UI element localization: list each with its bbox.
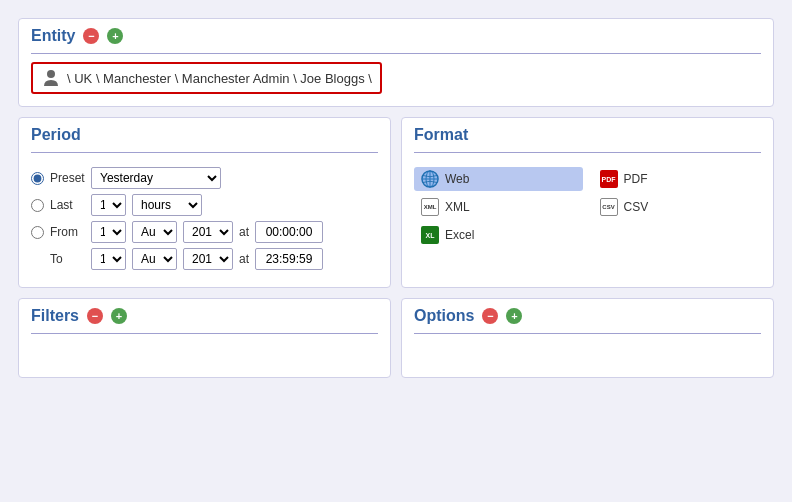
csv-label: CSV (624, 200, 649, 214)
options-header: Options − + (414, 307, 761, 325)
format-title: Format (414, 126, 468, 144)
format-csv-item[interactable]: CSV CSV (593, 195, 762, 219)
pdf-label: PDF (624, 172, 648, 186)
svg-point-5 (422, 171, 438, 187)
entity-divider (31, 53, 761, 54)
filters-plus-button[interactable]: + (111, 308, 127, 324)
period-body: Preset Yesterday Today Last 7 days Last … (31, 161, 378, 270)
last-radio[interactable] (31, 199, 44, 212)
from-year-dropdown[interactable]: 2012 (183, 221, 233, 243)
to-year-dropdown[interactable]: 2013 (183, 248, 233, 270)
format-header: Format (414, 126, 761, 144)
period-header: Period (31, 126, 378, 144)
web-label: Web (445, 172, 469, 186)
preset-label: Preset (50, 171, 85, 185)
format-excel-item[interactable]: XL Excel (414, 223, 583, 247)
options-title: Options (414, 307, 474, 325)
preset-row: Preset Yesterday Today Last 7 days Last … (31, 167, 378, 189)
filters-minus-button[interactable]: − (87, 308, 103, 324)
entity-plus-button[interactable]: + (107, 28, 123, 44)
svg-point-0 (47, 70, 55, 78)
from-row: From 15 Aug 2012 at (31, 221, 378, 243)
from-time-input[interactable] (255, 221, 323, 243)
format-panel: Format (401, 117, 774, 288)
xml-label: XML (445, 200, 470, 214)
entity-person-icon (41, 68, 61, 88)
filters-header: Filters − + (31, 307, 378, 325)
period-title: Period (31, 126, 81, 144)
to-time-input[interactable] (255, 248, 323, 270)
to-row: To 12 Aug 2013 at (31, 248, 378, 270)
from-at-label: at (239, 225, 249, 239)
web-icon (420, 170, 440, 188)
entity-path-row[interactable]: \ UK \ Manchester \ Manchester Admin \ J… (31, 62, 382, 94)
format-divider (414, 152, 761, 153)
last-row: Last 1 2 3 hours days weeks months (31, 194, 378, 216)
entity-section: Entity − + \ UK \ Manchester \ Mancheste… (18, 18, 774, 107)
csv-icon: CSV (599, 198, 619, 216)
filters-divider (31, 333, 378, 334)
entity-header: Entity − + (31, 27, 761, 45)
options-minus-button[interactable]: − (482, 308, 498, 324)
from-day-dropdown[interactable]: 15 (91, 221, 126, 243)
options-divider (414, 333, 761, 334)
filters-panel: Filters − + (18, 298, 391, 378)
to-at-label: at (239, 252, 249, 266)
excel-label: Excel (445, 228, 474, 242)
from-radio[interactable] (31, 226, 44, 239)
to-day-dropdown[interactable]: 12 (91, 248, 126, 270)
main-container: Entity − + \ UK \ Manchester \ Mancheste… (10, 10, 782, 386)
period-divider (31, 152, 378, 153)
options-panel: Options − + (401, 298, 774, 378)
from-month-dropdown[interactable]: Aug (132, 221, 177, 243)
format-xml-item[interactable]: XML XML (414, 195, 583, 219)
preset-dropdown[interactable]: Yesterday Today Last 7 days Last 30 days (91, 167, 221, 189)
filters-title: Filters (31, 307, 79, 325)
xml-icon: XML (420, 198, 440, 216)
from-label: From (50, 225, 85, 239)
format-grid: Web PDF PDF XML XML (414, 161, 761, 247)
last-label: Last (50, 198, 85, 212)
last-unit-dropdown[interactable]: hours days weeks months (132, 194, 202, 216)
entity-path-text: \ UK \ Manchester \ Manchester Admin \ J… (67, 71, 372, 86)
to-label: To (50, 252, 85, 266)
format-web-item[interactable]: Web (414, 167, 583, 191)
to-month-dropdown[interactable]: Aug (132, 248, 177, 270)
period-panel: Period Preset Yesterday Today Last 7 day… (18, 117, 391, 288)
entity-title: Entity (31, 27, 75, 45)
two-col-grid: Period Preset Yesterday Today Last 7 day… (18, 117, 774, 378)
pdf-icon: PDF (599, 170, 619, 188)
format-pdf-item[interactable]: PDF PDF (593, 167, 762, 191)
options-plus-button[interactable]: + (506, 308, 522, 324)
preset-radio[interactable] (31, 172, 44, 185)
last-number-dropdown[interactable]: 1 2 3 (91, 194, 126, 216)
excel-icon: XL (420, 226, 440, 244)
entity-minus-button[interactable]: − (83, 28, 99, 44)
